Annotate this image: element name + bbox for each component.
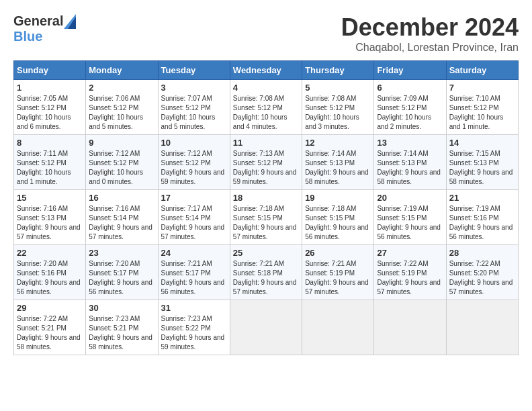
calendar-header: SundayMondayTuesdayWednesdayThursdayFrid… xyxy=(14,61,519,80)
calendar-cell: 11Sunrise: 7:13 AMSunset: 5:12 PMDayligh… xyxy=(230,135,302,190)
calendar-cell: 27Sunrise: 7:22 AMSunset: 5:19 PMDayligh… xyxy=(374,245,446,300)
calendar-cell: 13Sunrise: 7:14 AMSunset: 5:13 PMDayligh… xyxy=(374,135,446,190)
calendar-week-2: 8Sunrise: 7:11 AMSunset: 5:12 PMDaylight… xyxy=(14,135,519,190)
day-info: Sunrise: 7:16 AMSunset: 5:14 PMDaylight:… xyxy=(89,204,154,242)
day-info: Sunrise: 7:14 AMSunset: 5:13 PMDaylight:… xyxy=(377,149,443,187)
day-info: Sunrise: 7:16 AMSunset: 5:13 PMDaylight:… xyxy=(17,204,83,242)
calendar-cell: 28Sunrise: 7:22 AMSunset: 5:20 PMDayligh… xyxy=(446,245,518,300)
calendar-cell: 6Sunrise: 7:09 AMSunset: 5:12 PMDaylight… xyxy=(374,80,446,135)
calendar-cell: 8Sunrise: 7:11 AMSunset: 5:12 PMDaylight… xyxy=(14,135,86,190)
day-info: Sunrise: 7:15 AMSunset: 5:13 PMDaylight:… xyxy=(449,149,515,187)
day-info: Sunrise: 7:21 AMSunset: 5:19 PMDaylight:… xyxy=(305,259,371,297)
day-number: 19 xyxy=(305,193,371,203)
day-number: 2 xyxy=(89,83,154,93)
logo-triangle-icon xyxy=(64,14,76,29)
day-info: Sunrise: 7:18 AMSunset: 5:15 PMDaylight:… xyxy=(305,204,371,242)
calendar-cell: 20Sunrise: 7:19 AMSunset: 5:15 PMDayligh… xyxy=(374,190,446,245)
logo-brand: General xyxy=(13,13,77,29)
day-info: Sunrise: 7:22 AMSunset: 5:19 PMDaylight:… xyxy=(377,259,443,297)
day-info: Sunrise: 7:08 AMSunset: 5:12 PMDaylight:… xyxy=(305,94,371,132)
day-info: Sunrise: 7:12 AMSunset: 5:12 PMDaylight:… xyxy=(89,149,154,187)
calendar-cell: 16Sunrise: 7:16 AMSunset: 5:14 PMDayligh… xyxy=(86,190,158,245)
calendar-cell xyxy=(230,300,302,355)
calendar-cell: 17Sunrise: 7:17 AMSunset: 5:14 PMDayligh… xyxy=(158,190,230,245)
day-info: Sunrise: 7:20 AMSunset: 5:16 PMDaylight:… xyxy=(17,259,83,297)
weekday-header-wednesday: Wednesday xyxy=(230,61,302,80)
day-number: 16 xyxy=(89,193,154,203)
day-number: 4 xyxy=(233,83,299,93)
calendar-cell: 12Sunrise: 7:14 AMSunset: 5:13 PMDayligh… xyxy=(302,135,374,190)
day-info: Sunrise: 7:17 AMSunset: 5:14 PMDaylight:… xyxy=(161,204,227,242)
day-info: Sunrise: 7:22 AMSunset: 5:20 PMDaylight:… xyxy=(449,259,515,297)
calendar-cell: 25Sunrise: 7:21 AMSunset: 5:18 PMDayligh… xyxy=(230,245,302,300)
day-info: Sunrise: 7:23 AMSunset: 5:21 PMDaylight:… xyxy=(89,314,154,352)
calendar-cell: 1Sunrise: 7:05 AMSunset: 5:12 PMDaylight… xyxy=(14,80,86,135)
calendar-cell: 18Sunrise: 7:18 AMSunset: 5:15 PMDayligh… xyxy=(230,190,302,245)
weekday-header-friday: Friday xyxy=(374,61,446,80)
calendar-week-5: 29Sunrise: 7:22 AMSunset: 5:21 PMDayligh… xyxy=(14,300,519,355)
day-number: 3 xyxy=(161,83,227,93)
day-info: Sunrise: 7:21 AMSunset: 5:18 PMDaylight:… xyxy=(233,259,299,297)
day-number: 26 xyxy=(305,248,371,258)
day-info: Sunrise: 7:07 AMSunset: 5:12 PMDaylight:… xyxy=(161,94,227,132)
calendar-cell: 22Sunrise: 7:20 AMSunset: 5:16 PMDayligh… xyxy=(14,245,86,300)
weekday-header-monday: Monday xyxy=(86,61,158,80)
day-number: 11 xyxy=(233,138,299,148)
calendar-cell xyxy=(302,300,374,355)
title-block: December 2024 Chaqabol, Lorestan Provinc… xyxy=(341,13,519,54)
day-number: 30 xyxy=(89,303,154,313)
day-number: 5 xyxy=(305,83,371,93)
day-info: Sunrise: 7:11 AMSunset: 5:12 PMDaylight:… xyxy=(17,149,83,187)
day-info: Sunrise: 7:22 AMSunset: 5:21 PMDaylight:… xyxy=(17,314,83,352)
weekday-header-tuesday: Tuesday xyxy=(158,61,230,80)
weekday-header-saturday: Saturday xyxy=(446,61,518,80)
day-number: 15 xyxy=(17,193,83,203)
day-info: Sunrise: 7:14 AMSunset: 5:13 PMDaylight:… xyxy=(305,149,371,187)
page-header: General Blue December 2024 Chaqabol, Lor… xyxy=(13,13,519,54)
calendar-cell: 14Sunrise: 7:15 AMSunset: 5:13 PMDayligh… xyxy=(446,135,518,190)
calendar-cell xyxy=(374,300,446,355)
day-info: Sunrise: 7:06 AMSunset: 5:12 PMDaylight:… xyxy=(89,94,154,132)
day-number: 21 xyxy=(449,193,515,203)
calendar-cell: 5Sunrise: 7:08 AMSunset: 5:12 PMDaylight… xyxy=(302,80,374,135)
day-info: Sunrise: 7:19 AMSunset: 5:16 PMDaylight:… xyxy=(449,204,515,242)
day-info: Sunrise: 7:20 AMSunset: 5:17 PMDaylight:… xyxy=(89,259,154,297)
day-number: 9 xyxy=(89,138,154,148)
day-number: 1 xyxy=(17,83,83,93)
day-info: Sunrise: 7:12 AMSunset: 5:12 PMDaylight:… xyxy=(161,149,227,187)
calendar-body: 1Sunrise: 7:05 AMSunset: 5:12 PMDaylight… xyxy=(14,80,519,355)
calendar-cell: 3Sunrise: 7:07 AMSunset: 5:12 PMDaylight… xyxy=(158,80,230,135)
logo: General Blue xyxy=(13,13,77,44)
calendar-cell: 19Sunrise: 7:18 AMSunset: 5:15 PMDayligh… xyxy=(302,190,374,245)
calendar-cell: 7Sunrise: 7:10 AMSunset: 5:12 PMDaylight… xyxy=(446,80,518,135)
calendar-cell: 30Sunrise: 7:23 AMSunset: 5:21 PMDayligh… xyxy=(86,300,158,355)
calendar-table: SundayMondayTuesdayWednesdayThursdayFrid… xyxy=(13,60,519,355)
day-number: 13 xyxy=(377,138,443,148)
calendar-week-1: 1Sunrise: 7:05 AMSunset: 5:12 PMDaylight… xyxy=(14,80,519,135)
logo-general-text: General xyxy=(13,13,63,29)
calendar-cell: 31Sunrise: 7:23 AMSunset: 5:22 PMDayligh… xyxy=(158,300,230,355)
day-number: 22 xyxy=(17,248,83,258)
day-number: 31 xyxy=(161,303,227,313)
day-number: 20 xyxy=(377,193,443,203)
calendar-week-4: 22Sunrise: 7:20 AMSunset: 5:16 PMDayligh… xyxy=(14,245,519,300)
day-number: 27 xyxy=(377,248,443,258)
calendar-cell: 26Sunrise: 7:21 AMSunset: 5:19 PMDayligh… xyxy=(302,245,374,300)
calendar-cell: 4Sunrise: 7:08 AMSunset: 5:12 PMDaylight… xyxy=(230,80,302,135)
day-info: Sunrise: 7:05 AMSunset: 5:12 PMDaylight:… xyxy=(17,94,83,132)
day-info: Sunrise: 7:19 AMSunset: 5:15 PMDaylight:… xyxy=(377,204,443,242)
calendar-cell: 15Sunrise: 7:16 AMSunset: 5:13 PMDayligh… xyxy=(14,190,86,245)
day-number: 17 xyxy=(161,193,227,203)
day-number: 28 xyxy=(449,248,515,258)
logo-blue-word: Blue xyxy=(13,29,42,44)
day-number: 8 xyxy=(17,138,83,148)
calendar-cell xyxy=(446,300,518,355)
calendar-cell: 10Sunrise: 7:12 AMSunset: 5:12 PMDayligh… xyxy=(158,135,230,190)
day-info: Sunrise: 7:23 AMSunset: 5:22 PMDaylight:… xyxy=(161,314,227,352)
location-title: Chaqabol, Lorestan Province, Iran xyxy=(341,42,519,54)
day-number: 25 xyxy=(233,248,299,258)
day-info: Sunrise: 7:09 AMSunset: 5:12 PMDaylight:… xyxy=(377,94,443,132)
day-number: 7 xyxy=(449,83,515,93)
day-info: Sunrise: 7:13 AMSunset: 5:12 PMDaylight:… xyxy=(233,149,299,187)
day-number: 12 xyxy=(305,138,371,148)
